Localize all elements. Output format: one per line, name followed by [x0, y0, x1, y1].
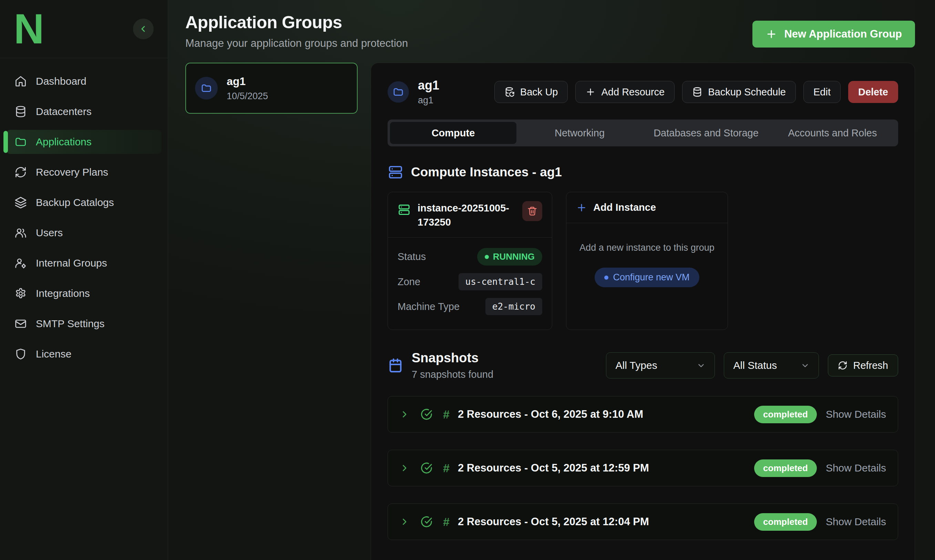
- add-instance-body: Add a new instance to this group Configu…: [566, 223, 728, 306]
- chevron-left-icon: [139, 24, 148, 34]
- group-avatar: [195, 77, 218, 100]
- database-icon: [14, 105, 27, 118]
- machine-type-value: e2-micro: [485, 298, 542, 315]
- group-card-ag1[interactable]: ag1 10/5/2025: [185, 63, 357, 114]
- snapshots-title: Snapshots: [412, 351, 493, 365]
- group-detail-panel: ag1 ag1 Back Up Add Resource: [371, 63, 915, 560]
- status-filter-select[interactable]: All Status: [724, 352, 819, 378]
- calendar-icon: [388, 357, 404, 374]
- detail-group-name: ag1: [418, 78, 439, 93]
- sidebar-collapse-button[interactable]: [133, 18, 154, 39]
- plus-icon: [576, 202, 587, 213]
- refresh-label: Refresh: [853, 360, 888, 371]
- sidebar-item-label: Integrations: [36, 288, 90, 299]
- sidebar-item-label: Applications: [36, 136, 92, 148]
- status-badge: RUNNING: [477, 248, 542, 266]
- tab-databases-and-storage[interactable]: Databases and Storage: [643, 122, 769, 144]
- chevron-right-icon[interactable]: [400, 517, 409, 526]
- add-instance-header[interactable]: Add Instance: [566, 192, 728, 223]
- database-backup-icon: [504, 87, 515, 97]
- show-details-link[interactable]: Show Details: [826, 408, 886, 420]
- instance-card-header: instance-20251005-173250: [388, 192, 552, 238]
- blue-dot-icon: [604, 275, 608, 280]
- delete-button[interactable]: Delete: [848, 81, 898, 103]
- instance-card: instance-20251005-173250 Status RUNNING: [388, 192, 552, 330]
- snapshots-header: Snapshots 7 snapshots found All Types Al…: [388, 351, 898, 380]
- plus-icon: [585, 87, 596, 97]
- add-instance-card: Add Instance Add a new instance to this …: [566, 192, 728, 330]
- back-up-button[interactable]: Back Up: [494, 81, 568, 103]
- hash-icon: #: [443, 408, 450, 421]
- configure-new-vm-button[interactable]: Configure new VM: [595, 268, 699, 287]
- user-gear-icon: [14, 257, 27, 269]
- zone-value: us-central1-c: [459, 273, 542, 290]
- gear-icon: [14, 287, 27, 300]
- check-circle-icon: [420, 408, 433, 420]
- chevron-right-icon[interactable]: [400, 409, 409, 419]
- hash-icon: #: [443, 515, 450, 529]
- add-instance-description: Add a new instance to this group: [579, 243, 715, 253]
- sidebar-item-recovery-plans[interactable]: Recovery Plans: [6, 160, 162, 184]
- tab-accounts-and-roles[interactable]: Accounts and Roles: [769, 122, 896, 144]
- group-name: ag1: [227, 75, 268, 88]
- sidebar-header: N: [0, 0, 168, 58]
- trash-icon: [527, 206, 538, 216]
- folder-icon: [201, 83, 212, 94]
- instance-card-body: Status RUNNING Zone us-central1-c: [388, 238, 552, 329]
- sidebar-item-label: License: [36, 348, 71, 360]
- chevron-right-icon[interactable]: [400, 463, 409, 473]
- status-badge: completed: [754, 406, 817, 423]
- chevron-down-icon: [696, 361, 705, 370]
- compute-instances-heading: Compute Instances - ag1: [388, 164, 898, 180]
- sidebar-item-license[interactable]: License: [6, 342, 162, 366]
- chevron-down-icon: [801, 361, 810, 370]
- show-details-link[interactable]: Show Details: [826, 516, 886, 528]
- refresh-icon: [838, 361, 847, 370]
- snapshot-list: # 2 Resources - Oct 6, 2025 at 9:10 AM c…: [388, 396, 898, 540]
- users-icon: [14, 227, 27, 239]
- detail-tabs: Compute Networking Databases and Storage…: [388, 120, 898, 146]
- show-details-link[interactable]: Show Details: [826, 462, 886, 474]
- instance-name: instance-20251005-173250: [417, 201, 515, 229]
- tab-networking[interactable]: Networking: [516, 122, 643, 144]
- detail-group-subtitle: ag1: [418, 95, 439, 106]
- sidebar-nav: Dashboard Datacenters Applications Recov…: [0, 58, 168, 383]
- add-resource-button[interactable]: Add Resource: [575, 81, 675, 103]
- sidebar-item-integrations[interactable]: Integrations: [6, 282, 162, 306]
- backup-schedule-button[interactable]: Backup Schedule: [682, 81, 796, 103]
- sidebar-item-backup-catalogs[interactable]: Backup Catalogs: [6, 191, 162, 215]
- sidebar-item-label: Dashboard: [36, 75, 86, 87]
- edit-button[interactable]: Edit: [803, 81, 841, 103]
- compute-instances-title: Compute Instances - ag1: [411, 165, 562, 180]
- sidebar-item-label: Datacenters: [36, 106, 92, 117]
- snapshots-count: 7 snapshots found: [412, 369, 493, 380]
- group-list: ag1 10/5/2025: [185, 63, 357, 560]
- refresh-button[interactable]: Refresh: [828, 354, 898, 377]
- tab-compute[interactable]: Compute: [390, 122, 516, 144]
- zone-label: Zone: [397, 276, 420, 288]
- delete-instance-button[interactable]: [522, 201, 542, 221]
- snapshot-title: 2 Resources - Oct 5, 2025 at 12:04 PM: [458, 515, 649, 528]
- back-up-label: Back Up: [520, 86, 558, 98]
- app-root: N Dashboard Datacenters Applications: [0, 0, 935, 560]
- backup-schedule-label: Backup Schedule: [708, 86, 786, 98]
- sidebar-item-datacenters[interactable]: Datacenters: [6, 100, 162, 124]
- sidebar-item-dashboard[interactable]: Dashboard: [6, 69, 162, 93]
- snapshot-row[interactable]: # 2 Resources - Oct 5, 2025 at 12:59 PM …: [388, 450, 898, 486]
- group-date: 10/5/2025: [227, 91, 268, 102]
- status-badge: completed: [754, 460, 817, 477]
- detail-actions: Back Up Add Resource Backup Schedule Edi…: [494, 81, 898, 103]
- server-icon: [397, 201, 411, 216]
- plus-icon: [766, 28, 777, 40]
- snapshot-title: 2 Resources - Oct 5, 2025 at 12:59 PM: [458, 462, 649, 474]
- sidebar-item-internal-groups[interactable]: Internal Groups: [6, 251, 162, 275]
- sidebar-item-applications[interactable]: Applications: [6, 130, 162, 154]
- page-subtitle: Manage your application groups and prote…: [185, 37, 408, 49]
- snapshot-row[interactable]: # 2 Resources - Oct 5, 2025 at 12:04 PM …: [388, 503, 898, 540]
- snapshot-row[interactable]: # 2 Resources - Oct 6, 2025 at 9:10 AM c…: [388, 396, 898, 432]
- type-filter-select[interactable]: All Types: [606, 352, 715, 378]
- sidebar-item-smtp-settings[interactable]: SMTP Settings: [6, 312, 162, 336]
- sidebar-item-users[interactable]: Users: [6, 221, 162, 245]
- new-application-group-button[interactable]: New Application Group: [752, 21, 915, 48]
- server-icon: [388, 164, 404, 180]
